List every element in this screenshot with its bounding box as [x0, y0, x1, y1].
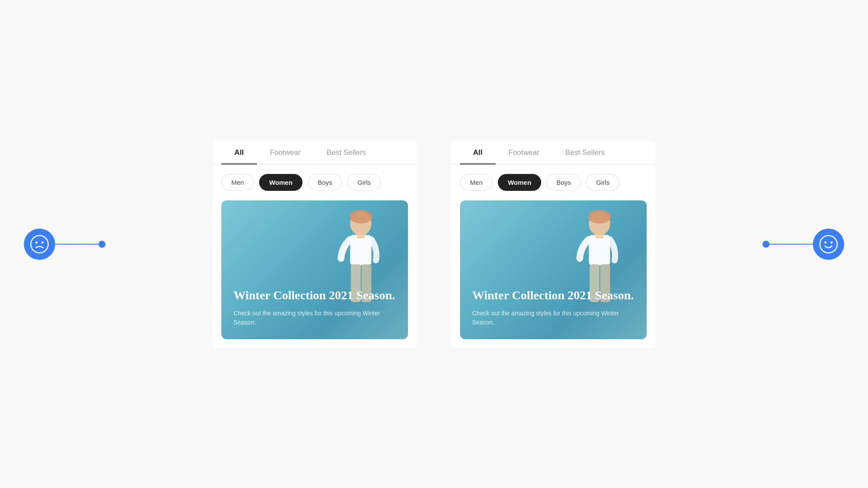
left-filter-women[interactable]: Women — [259, 174, 302, 191]
svg-point-17 — [831, 241, 833, 243]
svg-point-10 — [588, 210, 611, 223]
right-tab-nav: All Footwear Best Sellers — [451, 141, 655, 164]
right-filter-girls[interactable]: Girls — [586, 174, 619, 191]
left-slider-dot — [99, 241, 105, 248]
left-slider-line — [55, 244, 99, 245]
left-tab-all[interactable]: All — [221, 141, 257, 164]
left-panel: All Footwear Best Sellers Men Women Boys… — [213, 141, 417, 348]
right-slider-line — [769, 244, 813, 245]
right-card-content: Winter Collection 2021 Season. Check out… — [460, 276, 647, 339]
right-filter-boys[interactable]: Boys — [546, 174, 581, 191]
happy-smiley-icon — [813, 229, 844, 260]
right-filter-men[interactable]: Men — [460, 174, 493, 191]
right-card-description: Check out the amazing styles for this up… — [472, 309, 635, 327]
svg-rect-8 — [357, 233, 365, 238]
left-tab-footwear[interactable]: Footwear — [257, 141, 314, 164]
right-tab-footwear[interactable]: Footwear — [496, 141, 552, 164]
left-filter-men[interactable]: Men — [221, 174, 254, 191]
left-tab-best-sellers[interactable]: Best Sellers — [314, 141, 379, 164]
right-card-title: Winter Collection 2021 Season. — [472, 288, 635, 303]
left-rating-widget — [24, 229, 105, 260]
content-area: All Footwear Best Sellers Men Women Boys… — [213, 141, 655, 348]
left-card-content: Winter Collection 2021 Season. Check out… — [221, 276, 408, 339]
right-filter-row: Men Women Boys Girls — [451, 164, 655, 200]
svg-point-1 — [36, 241, 38, 243]
left-card-title: Winter Collection 2021 Season. — [233, 288, 396, 303]
right-tab-best-sellers[interactable]: Best Sellers — [552, 141, 618, 164]
svg-point-16 — [825, 241, 827, 243]
left-filter-girls[interactable]: Girls — [347, 174, 381, 191]
svg-point-2 — [42, 241, 44, 243]
right-filter-women[interactable]: Women — [498, 174, 541, 191]
left-card: Winter Collection 2021 Season. Check out… — [221, 200, 408, 339]
svg-point-0 — [31, 236, 48, 253]
sad-smiley-icon — [24, 229, 55, 260]
page-wrapper: All Footwear Best Sellers Men Women Boys… — [0, 0, 868, 488]
right-rating-widget — [763, 229, 844, 260]
left-tab-nav: All Footwear Best Sellers — [213, 141, 417, 164]
right-panel: All Footwear Best Sellers Men Women Boys… — [451, 141, 655, 348]
left-filter-row: Men Women Boys Girls — [213, 164, 417, 200]
right-slider-dot — [763, 241, 769, 248]
left-filter-boys[interactable]: Boys — [308, 174, 342, 191]
right-card: Winter Collection 2021 Season. Check out… — [460, 200, 647, 339]
left-card-description: Check out the amazing styles for this up… — [233, 309, 396, 327]
svg-point-4 — [349, 210, 372, 223]
svg-point-15 — [820, 236, 837, 253]
svg-rect-14 — [596, 233, 604, 238]
right-tab-all[interactable]: All — [460, 141, 496, 164]
